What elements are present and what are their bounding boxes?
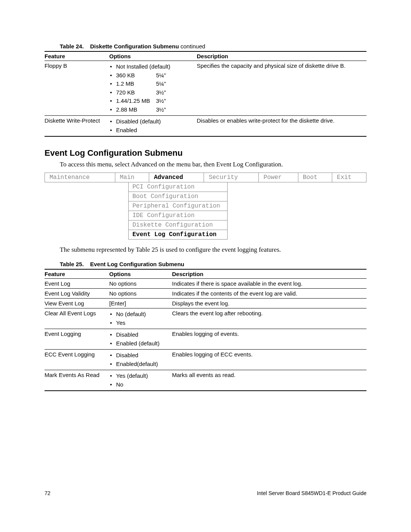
opt-size: 2.88 MB [116, 105, 156, 114]
menu-item-main: Main [115, 173, 149, 182]
opt-size: 360 KB [116, 71, 156, 80]
submenu-item: Diskette Configuration [129, 220, 228, 230]
section-heading: Event Log Configuration Submenu [45, 148, 366, 158]
cell-feature: Floppy B [45, 61, 109, 116]
th-options: Options [109, 51, 197, 61]
cell-description: Indicates if there is space available in… [172, 279, 366, 289]
opt: Yes [109, 319, 170, 328]
opt-dim: 3½" [156, 106, 166, 113]
submenu-item: PCI Configuration [129, 182, 228, 192]
th-description: Description [197, 51, 366, 61]
opt: Disabled [109, 351, 170, 360]
submenu: PCI Configuration Boot Configuration Per… [128, 182, 228, 240]
table25: Feature Options Description Event Log No… [45, 269, 366, 391]
cell-description: Clears the event log after rebooting. [172, 308, 366, 329]
table24: Feature Options Description Floppy B Not… [45, 51, 366, 137]
submenu-item: IDE Configuration [129, 211, 228, 220]
bios-menu-diagram: Maintenance Main Advanced Security Power… [45, 173, 366, 240]
opt-size: Not Installed (default) [116, 62, 170, 71]
opt-dim: 3½" [156, 89, 166, 96]
cell-description: Enables logging of events. [172, 329, 366, 350]
cell-options: Yes (default) No [109, 370, 172, 391]
menubar: Maintenance Main Advanced Security Power… [45, 173, 366, 182]
table25-caption: Table 25. Event Log Configuration Submen… [45, 261, 366, 267]
table-row: ECC Event Logging Disabled Enabled(defau… [45, 350, 366, 370]
th-description: Description [172, 269, 366, 279]
cell-description: Disables or enables write-protect for th… [197, 116, 366, 137]
cell-feature: View Event Log [45, 299, 109, 308]
menu-item-power: Power [259, 173, 298, 182]
opt: Disabled [109, 331, 170, 339]
menu-item-maintenance: Maintenance [45, 173, 115, 182]
cell-options: [Enter] [109, 299, 172, 308]
cell-description: Enables logging of ECC events. [172, 350, 366, 370]
table24-label: Table 24. [60, 43, 84, 50]
table-row: View Event Log [Enter] Displays the even… [45, 299, 366, 308]
table24-title: Diskette Configuration Submenu [90, 43, 179, 50]
cell-description: Displays the event log. [172, 299, 366, 308]
cell-description: Indicates if the contents of the event l… [172, 289, 366, 299]
opt: No (default) [109, 310, 170, 319]
submenu-item: Boot Configuration [129, 192, 228, 201]
cell-feature: Diskette Write-Protect [45, 116, 109, 137]
doc-title: Intel Server Board S845WD1-E Product Gui… [257, 490, 366, 496]
opt: Enabled(default) [109, 360, 170, 369]
cell-feature: Event Log [45, 279, 109, 289]
post-menu-paragraph: The submenu represented by Table 25 is u… [45, 246, 366, 254]
table-row: Mark Events As Read Yes (default) No Mar… [45, 370, 366, 391]
submenu-item: Peripheral Configuration [129, 201, 228, 211]
submenu-item-active: Event Log Configuration [129, 230, 228, 240]
table-row: Clear All Event Logs No (default) Yes Cl… [45, 308, 366, 329]
page-content: Table 24. Diskette Configuration Submenu… [0, 0, 411, 515]
th-options: Options [109, 269, 172, 279]
opt-size: 1.2 MB [116, 80, 156, 88]
menu-item-security: Security [204, 173, 259, 182]
table24-caption: Table 24. Diskette Configuration Submenu… [45, 43, 366, 50]
table-row: Event Log Validity No options Indicates … [45, 289, 366, 299]
opt: Enabled (default) [109, 339, 170, 348]
table-row: Floppy B Not Installed (default) 360 KB5… [45, 61, 366, 116]
cell-options: No (default) Yes [109, 308, 172, 329]
cell-options: Disabled Enabled(default) [109, 350, 172, 370]
cell-feature: Mark Events As Read [45, 370, 109, 391]
cell-feature: Event Log Validity [45, 289, 109, 299]
cell-options: No options [109, 289, 172, 299]
cell-options: Not Installed (default) 360 KB5¼" 1.2 MB… [109, 61, 197, 116]
cell-options: Disabled Enabled (default) [109, 329, 172, 350]
cell-description: Marks all events as read. [172, 370, 366, 391]
menu-item-exit: Exit [332, 173, 366, 182]
table-row: Event Log No options Indicates if there … [45, 279, 366, 289]
table25-label: Table 25. [60, 261, 84, 267]
table25-title: Event Log Configuration Submenu [90, 261, 185, 267]
opt-dim: 3½" [156, 97, 166, 104]
table-row: Event Logging Disabled Enabled (default)… [45, 329, 366, 350]
opt: No [109, 380, 170, 389]
cell-feature: Event Logging [45, 329, 109, 350]
table-row: Diskette Write-Protect Disabled (default… [45, 116, 366, 137]
page-footer: 72 Intel Server Board S845WD1-E Product … [45, 490, 366, 496]
opt: Yes (default) [109, 372, 170, 380]
th-feature: Feature [45, 51, 109, 61]
cell-options: Disabled (default) Enabled [109, 116, 197, 137]
cell-description: Specifies the capacity and physical size… [197, 61, 366, 116]
cell-options: No options [109, 279, 172, 289]
opt-dim: 5¼" [156, 80, 166, 87]
menu-item-boot: Boot [298, 173, 332, 182]
menu-item-advanced: Advanced [149, 173, 204, 182]
table24-cont: continued [179, 43, 205, 50]
opt-size: 720 KB [116, 88, 156, 97]
opt: Enabled [109, 126, 194, 135]
cell-feature: ECC Event Logging [45, 350, 109, 370]
opt: Disabled (default) [109, 117, 194, 126]
opt-dim: 5¼" [156, 72, 166, 78]
cell-feature: Clear All Event Logs [45, 308, 109, 329]
opt-size: 1.44/1.25 MB [116, 97, 156, 105]
page-number: 72 [45, 490, 51, 496]
intro-paragraph: To access this menu, select Advanced on … [45, 160, 366, 169]
th-feature: Feature [45, 269, 109, 279]
